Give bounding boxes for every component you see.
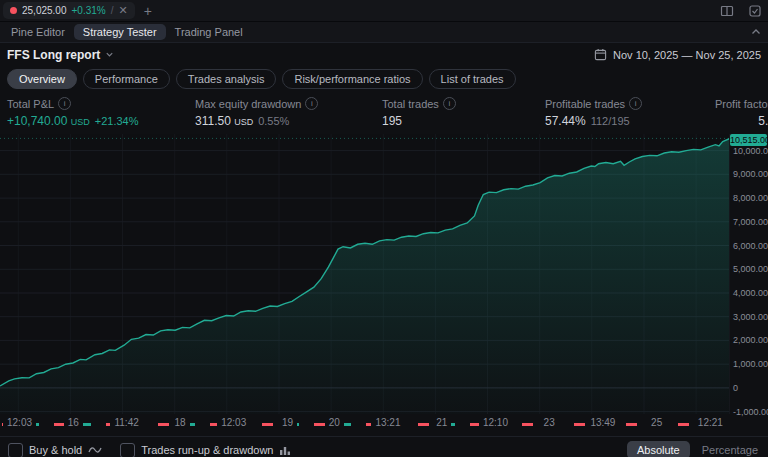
y-axis-label: 5,000.00: [733, 264, 768, 274]
x-axis-label: 12:03: [217, 414, 250, 431]
stat-profitable-trades: Profitable trades 57.44%112/195: [545, 97, 715, 128]
info-icon[interactable]: [629, 97, 642, 110]
editor-tab-bar: Pine Editor Strategy Tester Trading Pane…: [0, 22, 768, 43]
columns-icon: [279, 445, 291, 456]
x-axis-label: 16: [64, 414, 83, 431]
x-axis-label: 19: [278, 414, 297, 431]
save-layout-icon[interactable]: [748, 4, 762, 18]
symbol-tab[interactable]: 25,025.00 +0.31% / ✕: [3, 2, 135, 19]
stat-profit-factor: Profit factor 5.384: [715, 97, 768, 128]
stat-extra: +21.34%: [95, 115, 139, 127]
stat-label: Total P&L: [7, 98, 54, 110]
equity-chart: 10,515.00 10,000.009,000.008,000.007,000…: [0, 134, 768, 414]
tab-performance[interactable]: Performance: [83, 69, 170, 89]
stat-value: 311.50: [195, 114, 231, 128]
x-axis-label: 12:21: [694, 414, 727, 431]
close-tab-icon[interactable]: ✕: [118, 5, 127, 16]
x-axis-label: 25: [647, 414, 666, 431]
y-axis-label: 8,000.00: [733, 193, 768, 203]
stat-value: 57.44%: [545, 114, 586, 128]
stat-label: Profit factor: [715, 98, 768, 110]
tab-trading-panel[interactable]: Trading Panel: [166, 24, 252, 40]
equity-plot-area[interactable]: [0, 134, 729, 414]
trades-runup-drawdown-label: Trades run-up & drawdown: [141, 444, 273, 456]
y-axis-label: 4,000.00: [733, 288, 768, 298]
report-header: FFS Long report Nov 10, 2025 — Nov 25, 2…: [0, 43, 768, 66]
layout-grid-icon[interactable]: [720, 4, 734, 18]
x-axis-label: 12:03: [3, 414, 36, 431]
x-axis-label: 20: [325, 414, 344, 431]
info-icon[interactable]: [443, 97, 456, 110]
strategy-tester-window: { "window": { "tab": {"price": "25,025.0…: [0, 0, 768, 457]
tab-separator: /: [111, 5, 114, 16]
stat-extra: 112/195: [591, 115, 630, 127]
checkbox-icon[interactable]: [8, 443, 23, 457]
stat-extra: 0.55%: [258, 115, 289, 127]
stat-unit: USD: [234, 117, 253, 127]
y-axis-label: 7,000.00: [733, 217, 768, 227]
stat-label: Max equity drawdown: [195, 98, 301, 110]
trades-runup-drawdown-checkbox[interactable]: Trades run-up & drawdown: [120, 443, 291, 457]
x-axis-label: 23: [540, 414, 559, 431]
stat-label: Total trades: [382, 98, 439, 110]
date-range-picker[interactable]: Nov 10, 2025 — Nov 25, 2025: [594, 48, 761, 61]
x-axis-label: 13:21: [371, 414, 404, 431]
date-range-label: Nov 10, 2025 — Nov 25, 2025: [613, 49, 761, 61]
x-axis-label: 12:10: [479, 414, 512, 431]
info-icon[interactable]: [58, 97, 71, 110]
footer-bar: Buy & hold Trades run-up & drawdown Abso…: [0, 436, 768, 457]
percentage-button[interactable]: Percentage: [702, 444, 760, 456]
stat-total-pnl: Total P&L +10,740.00 USD+21.34%: [7, 97, 195, 128]
collapse-panel-icon[interactable]: [749, 25, 763, 39]
stat-total-trades: Total trades 195: [382, 97, 545, 128]
new-tab-button[interactable]: +: [144, 3, 152, 19]
y-axis-label: -1,000.00: [733, 407, 768, 417]
y-axis-label: 1,000.00: [733, 359, 768, 369]
y-axis-label: 2,000.00: [733, 335, 768, 345]
y-axis-label: 10,000.00: [733, 146, 768, 156]
y-axis-label: 0: [733, 383, 738, 393]
symbol-dot-icon: [10, 7, 17, 14]
tab-strategy-tester[interactable]: Strategy Tester: [74, 24, 166, 40]
stat-value: +10,740.00: [7, 114, 67, 128]
x-axis[interactable]: 12:031611:421812:03192013:212112:102313:…: [0, 414, 730, 436]
tab-trades-analysis[interactable]: Trades analysis: [176, 69, 277, 89]
y-axis-label: 6,000.00: [733, 241, 768, 251]
top-tab-bar: 25,025.00 +0.31% / ✕ +: [0, 0, 768, 22]
chevron-down-icon: [105, 50, 114, 59]
checkbox-icon[interactable]: [120, 443, 135, 457]
stat-value: 195: [382, 114, 402, 128]
y-axis[interactable]: 10,515.00 10,000.009,000.008,000.007,000…: [729, 134, 768, 414]
last-value-badge: 10,515.00: [730, 134, 767, 146]
y-axis-label: 9,000.00: [733, 169, 768, 179]
stat-value: 5.384: [758, 114, 768, 128]
tab-list-of-trades[interactable]: List of trades: [429, 69, 516, 89]
y-axis-label: 3,000.00: [733, 312, 768, 322]
x-axis-label: 21: [432, 414, 451, 431]
buy-hold-checkbox[interactable]: Buy & hold: [8, 443, 102, 457]
symbol-change: +0.31%: [72, 5, 106, 16]
display-mode-toggle: Absolute Percentage: [627, 441, 760, 457]
symbol-price: 25,025.00: [22, 5, 67, 16]
info-icon[interactable]: [305, 97, 318, 110]
equity-curve: [0, 134, 730, 414]
buy-hold-label: Buy & hold: [29, 444, 82, 456]
report-nav-tabs: Overview Performance Trades analysis Ris…: [0, 66, 768, 92]
stat-label: Profitable trades: [545, 98, 625, 110]
line-curve-icon: [88, 445, 102, 455]
tab-pine-editor[interactable]: Pine Editor: [2, 24, 74, 40]
absolute-button[interactable]: Absolute: [627, 441, 690, 457]
report-selector[interactable]: FFS Long report: [7, 48, 114, 62]
stat-unit: USD: [71, 117, 90, 127]
x-axis-label: 13:49: [586, 414, 619, 431]
tab-overview[interactable]: Overview: [7, 69, 77, 89]
stats-row: Total P&L +10,740.00 USD+21.34% Max equi…: [0, 92, 768, 134]
x-axis-label: 18: [170, 414, 189, 431]
x-axis-labels: 12:031611:421812:03192013:212112:102313:…: [0, 414, 730, 436]
tab-risk-performance-ratios[interactable]: Risk/performance ratios: [282, 69, 422, 89]
stat-max-drawdown: Max equity drawdown 311.50 USD0.55%: [195, 97, 382, 128]
report-title: FFS Long report: [7, 48, 100, 62]
calendar-icon: [594, 48, 607, 61]
x-axis-label: 11:42: [110, 414, 142, 431]
